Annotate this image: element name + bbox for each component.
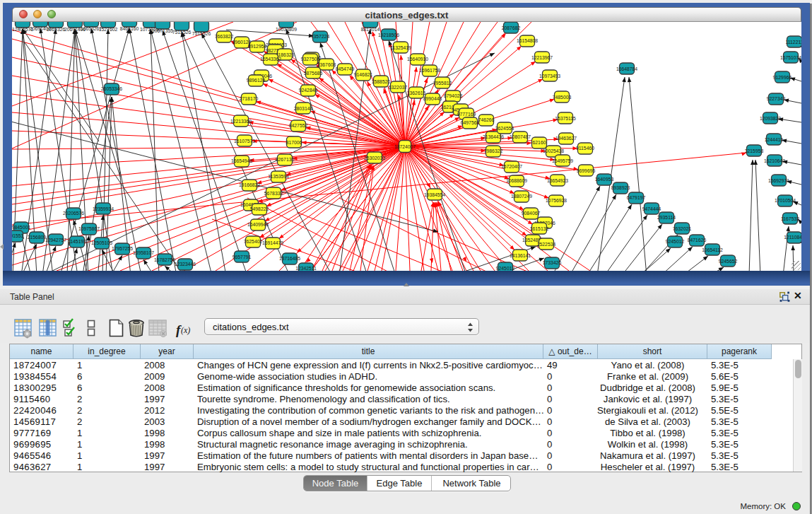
svg-text:2718170: 2718170 — [240, 96, 259, 101]
svg-text:7986322: 7986322 — [484, 148, 503, 153]
svg-text:19463627: 19463627 — [555, 136, 577, 141]
svg-text:10975867: 10975867 — [78, 226, 100, 231]
svg-text:2156809: 2156809 — [28, 235, 47, 240]
svg-text:817006: 817006 — [286, 140, 302, 145]
svg-text:9242848: 9242848 — [299, 88, 318, 93]
svg-text:(x): (x) — [181, 325, 190, 335]
svg-text:3624554: 3624554 — [495, 126, 514, 131]
svg-text:10654112: 10654112 — [702, 247, 723, 252]
svg-text:10671355: 10671355 — [152, 28, 173, 33]
svg-text:746266: 746266 — [478, 117, 495, 122]
svg-text:9896124: 9896124 — [247, 78, 266, 83]
svg-text:8912954: 8912954 — [248, 44, 267, 49]
svg-text:5498222: 5498222 — [250, 206, 269, 211]
svg-text:2935114: 2935114 — [657, 215, 676, 220]
svg-text:12093823: 12093823 — [760, 116, 781, 121]
svg-text:18724007: 18724007 — [394, 144, 416, 149]
svg-text:5875685: 5875685 — [304, 71, 323, 76]
svg-text:2522534: 2522534 — [537, 242, 556, 247]
svg-text:19384554: 19384554 — [424, 192, 445, 197]
svg-text:16154808: 16154808 — [517, 38, 538, 43]
svg-text:9327508: 9327508 — [301, 57, 320, 62]
svg-text:9699695: 9699695 — [577, 168, 596, 173]
svg-text:1615132: 1615132 — [530, 226, 549, 231]
svg-text:1065326: 1065326 — [47, 27, 66, 32]
svg-text:16654948: 16654948 — [231, 158, 252, 163]
svg-text:8471626: 8471626 — [688, 238, 707, 243]
svg-text:8454749: 8454749 — [336, 66, 355, 71]
svg-text:12213369: 12213369 — [230, 119, 252, 124]
svg-text:7632021: 7632021 — [673, 226, 692, 231]
svg-text:8466160: 8466160 — [120, 26, 139, 31]
svg-text:20206576: 20206576 — [63, 211, 84, 216]
svg-text:10973493: 10973493 — [539, 74, 560, 78]
svg-text:3215958: 3215958 — [745, 148, 764, 153]
svg-text:6479197: 6479197 — [627, 195, 646, 200]
svg-text:26053346: 26053346 — [101, 86, 122, 91]
svg-text:7485003: 7485003 — [553, 95, 572, 100]
svg-text:17957255: 17957255 — [112, 246, 133, 251]
svg-text:12342511: 12342511 — [295, 266, 317, 271]
svg-text:2367608: 2367608 — [317, 62, 336, 67]
svg-text:2087682: 2087682 — [502, 25, 521, 30]
svg-text:10025438: 10025438 — [543, 148, 564, 153]
svg-text:25302033: 25302033 — [364, 156, 385, 160]
svg-text:12323446: 12323446 — [175, 262, 196, 267]
svg-text:16782759: 16782759 — [154, 257, 175, 262]
svg-text:9845001: 9845001 — [12, 225, 30, 230]
svg-text:1362615: 1362615 — [407, 90, 426, 95]
svg-text:13716485: 13716485 — [279, 256, 300, 261]
svg-text:16648784: 16648784 — [616, 66, 637, 71]
svg-text:19166822: 19166822 — [239, 182, 260, 187]
svg-text:6322037: 6322037 — [389, 85, 408, 90]
svg-text:15720407: 15720407 — [501, 164, 522, 169]
svg-text:5678332: 5678332 — [264, 191, 283, 196]
svg-text:15375115: 15375115 — [555, 116, 576, 121]
svg-text:12110843: 12110843 — [784, 235, 801, 240]
svg-text:62160: 62160 — [533, 140, 546, 145]
svg-text:9474444: 9474444 — [642, 206, 661, 211]
svg-text:8267130: 8267130 — [276, 157, 295, 162]
svg-text:9245652: 9245652 — [719, 259, 738, 264]
svg-text:10033809: 10033809 — [276, 27, 297, 32]
svg-text:7955812: 7955812 — [433, 81, 452, 86]
svg-text:8427552: 8427552 — [289, 123, 308, 128]
svg-text:12213967: 12213967 — [531, 55, 553, 60]
svg-text:1167533: 1167533 — [781, 216, 799, 221]
svg-text:8813014: 8813014 — [361, 27, 380, 32]
svg-text:1145193: 1145193 — [68, 239, 86, 244]
svg-text:11353594: 11353594 — [268, 174, 289, 179]
svg-text:7663822: 7663822 — [215, 34, 234, 39]
svg-text:18807249: 18807249 — [511, 194, 532, 199]
svg-text:1640953: 1640953 — [595, 177, 614, 182]
svg-text:1112211: 1112211 — [786, 40, 801, 45]
svg-text:12359934: 12359934 — [93, 206, 114, 211]
svg-text:1244415: 1244415 — [765, 137, 784, 142]
svg-text:2803144: 2803144 — [294, 106, 313, 111]
svg-text:9245012: 9245012 — [666, 239, 685, 244]
svg-text:16210643: 16210643 — [764, 158, 785, 163]
svg-text:9146821: 9146821 — [354, 72, 373, 77]
svg-text:15692971: 15692971 — [768, 178, 789, 183]
svg-text:15640910: 15640910 — [407, 57, 428, 62]
svg-text:9084067: 9084067 — [522, 211, 541, 216]
svg-text:16409948: 16409948 — [247, 222, 269, 227]
svg-text:12505105: 12505105 — [91, 240, 112, 245]
svg-text:7357224: 7357224 — [311, 34, 330, 39]
svg-text:21364436: 21364436 — [483, 134, 504, 139]
svg-text:9227343: 9227343 — [767, 96, 786, 101]
svg-text:7515526: 7515526 — [192, 31, 211, 36]
svg-text:14136141: 14136141 — [510, 253, 531, 258]
svg-text:7515526: 7515526 — [172, 30, 192, 35]
svg-text:16543362: 16543362 — [260, 57, 281, 62]
svg-text:391553: 391553 — [12, 233, 24, 238]
svg-text:1733426: 1733426 — [543, 260, 562, 265]
svg-text:6794028: 6794028 — [444, 93, 463, 98]
svg-text:15751074: 15751074 — [780, 55, 801, 60]
svg-text:6497568: 6497568 — [461, 120, 480, 125]
svg-text:19218506: 19218506 — [378, 33, 399, 37]
svg-text:9245012: 9245012 — [496, 266, 515, 271]
svg-text:7625402: 7625402 — [244, 239, 263, 244]
svg-text:10756928: 10756928 — [546, 198, 567, 203]
svg-text:11325419: 11325419 — [390, 45, 411, 50]
